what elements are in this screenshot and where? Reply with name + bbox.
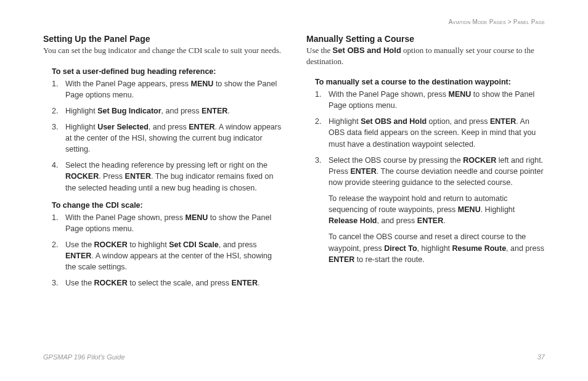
breadcrumb: Aviation Mode Pages > Panel Page: [449, 18, 545, 25]
list-item: Highlight Set Bug Indicator, and press E…: [52, 105, 282, 117]
intro-left: You can set the bug indicator and change…: [43, 45, 282, 56]
right-column: Manually Setting a Course Use the Set OB…: [306, 34, 545, 293]
list-item: Use the ROCKER to select the scale, and …: [52, 277, 282, 289]
list-item: Select the OBS course by pressing the RO…: [315, 155, 545, 188]
list-item: Use the ROCKER to highlight Set CDI Scal…: [52, 239, 282, 272]
list-item: Highlight Set OBS and Hold option, and p…: [315, 116, 545, 149]
step-continuation: To release the waypoint hold and return …: [306, 193, 545, 226]
sub-heading-bug: To set a user-defined bug heading refere…: [43, 67, 282, 76]
list-item: With the Panel Page shown, press MENU to…: [52, 212, 282, 234]
steps-bug: With the Panel Page appears, press MENU …: [43, 78, 282, 194]
section-title-left: Setting Up the Panel Page: [43, 34, 282, 44]
sub-heading-manual: To manually set a course to the destinat…: [306, 78, 545, 86]
footer-title: GPSMAP 196 Pilot's Guide: [43, 353, 125, 361]
page-footer: GPSMAP 196 Pilot's Guide 37: [43, 353, 545, 361]
list-item: Highlight User Selected, and press ENTER…: [52, 121, 282, 155]
breadcrumb-sep: >: [506, 18, 513, 25]
steps-cdi: With the Panel Page shown, press MENU to…: [43, 212, 282, 289]
list-item: Select the heading reference by pressing…: [52, 160, 282, 193]
breadcrumb-section: Aviation Mode Pages: [449, 18, 506, 25]
left-column: Setting Up the Panel Page You can set th…: [43, 34, 282, 293]
content-area: Setting Up the Panel Page You can set th…: [0, 0, 588, 330]
intro-right: Use the Set OBS and Hold option to manua…: [306, 45, 545, 67]
page-number: 37: [537, 353, 545, 361]
section-title-right: Manually Setting a Course: [306, 34, 545, 44]
step-continuation: To cancel the OBS course and reset a dir…: [306, 231, 545, 264]
sub-heading-cdi: To change the CDI scale:: [43, 201, 282, 210]
steps-manual: With the Panel Page shown, press MENU to…: [306, 89, 545, 188]
breadcrumb-page: Panel Page: [513, 18, 545, 25]
list-item: With the Panel Page shown, press MENU to…: [315, 89, 545, 111]
list-item: With the Panel Page appears, press MENU …: [52, 78, 282, 100]
